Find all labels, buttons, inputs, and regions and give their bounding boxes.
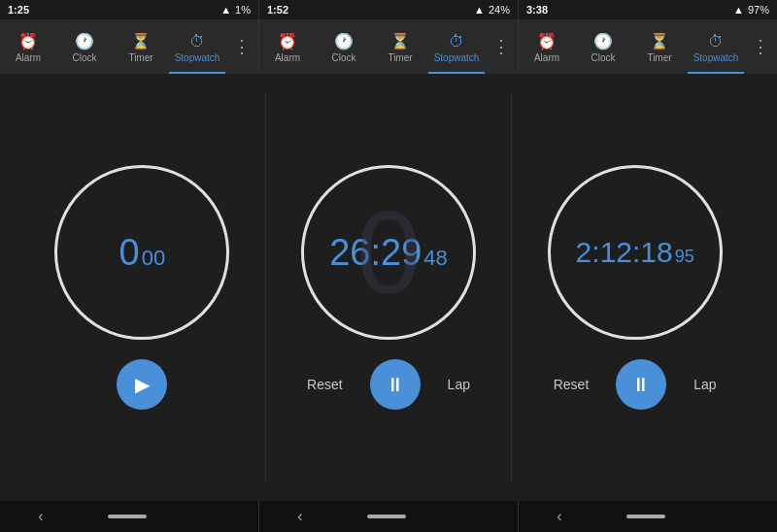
time-3: 3:38 (526, 4, 548, 16)
stopwatch-icon-1: ⏱ (189, 33, 205, 50)
timer-label-3: Timer (647, 52, 671, 63)
alarm-icon-3: ⏰ (537, 32, 557, 50)
sub-time-1: 00 (142, 246, 165, 271)
tab-clock-2[interactable]: 🕐 Clock (316, 19, 372, 74)
alarm-icon-2: ⏰ (278, 32, 297, 50)
nav-bars: ⏰ Alarm 🕐 Clock ⏳ Timer ⏱ Stopwatch ⋮ ⏰ … (0, 19, 777, 74)
signal-icon-2: ▲ (474, 4, 485, 16)
tab-timer-1[interactable]: ⏳ Timer (113, 19, 169, 74)
sub-time-2: 48 (423, 246, 447, 271)
signal-icon-1: ▲ (220, 4, 231, 16)
stopwatch-panel-1: 0 00 ▶ (19, 165, 265, 410)
bottom-bar-2: ‹ □ (259, 501, 519, 532)
nav-bar-2: ⏰ Alarm 🕐 Clock ⏳ Timer ⏱ Stopwatch ⋮ (259, 19, 519, 74)
more-menu-3[interactable]: ⋮ (744, 36, 777, 57)
time-1: 1:25 (8, 4, 29, 16)
tab-stopwatch-3[interactable]: ⏱ Stopwatch (688, 19, 744, 74)
tab-timer-2[interactable]: ⏳ Timer (372, 19, 428, 74)
bottom-bar-1: ‹ □ (0, 501, 259, 532)
clock-icon-2: 🕐 (334, 32, 354, 50)
clock-display-1: 0 00 (119, 232, 166, 274)
clock-label-3: Clock (591, 52, 615, 63)
controls-1: ▶ (117, 359, 167, 410)
nav-bar-3: ⏰ Alarm 🕐 Clock ⏳ Timer ⏱ Stopwatch ⋮ (519, 19, 777, 74)
clock-label-2: Clock (331, 52, 355, 63)
alarm-label-1: Alarm (16, 52, 41, 63)
stopwatch-icon-3: ⏱ (708, 33, 724, 50)
tab-clock-3[interactable]: 🕐 Clock (575, 19, 631, 74)
lap-button-2[interactable]: Lap (436, 369, 482, 400)
main-time-3: 2:12:18 (576, 236, 673, 269)
time-2: 1:52 (267, 4, 288, 16)
main-content: 0 00 ▶ 0 26:29 48 Reset ⏸ Lap 2:12:18 (0, 74, 777, 501)
status-bar-1: 1:25 ▲ 1% (0, 0, 259, 19)
stopwatch-icon-2: ⏱ (449, 33, 464, 50)
timer-icon-2: ⏳ (390, 32, 410, 50)
clock-circle-3: 2:12:18 95 (548, 165, 723, 340)
tab-alarm-2[interactable]: ⏰ Alarm (259, 19, 316, 74)
signal-1: ▲ 1% (220, 4, 251, 16)
tab-clock-1[interactable]: 🕐 Clock (56, 19, 113, 74)
stopwatch-label-2: Stopwatch (434, 52, 480, 63)
signal-3: ▲ 97% (733, 4, 769, 16)
clock-circle-1: 0 00 (54, 165, 229, 340)
clock-icon-3: 🕐 (593, 32, 613, 50)
back-button-2[interactable]: ‹ (286, 504, 314, 529)
alarm-icon-1: ⏰ (18, 32, 38, 50)
pause-button-3[interactable]: ⏸ (616, 359, 666, 410)
battery-3: 97% (748, 4, 769, 16)
status-bar-3: 3:38 ▲ 97% (519, 0, 777, 19)
reset-button-3[interactable]: Reset (542, 369, 601, 400)
stopwatch-panel-2: 0 26:29 48 Reset ⏸ Lap (266, 165, 512, 410)
stopwatch-label-3: Stopwatch (693, 52, 739, 63)
timer-label-2: Timer (388, 52, 412, 63)
more-menu-2[interactable]: ⋮ (485, 36, 518, 57)
nav-bar-1: ⏰ Alarm 🕐 Clock ⏳ Timer ⏱ Stopwatch ⋮ (0, 19, 259, 74)
tab-stopwatch-1[interactable]: ⏱ Stopwatch (169, 19, 225, 74)
lap-button-3[interactable]: Lap (682, 369, 727, 400)
reset-button-2[interactable]: Reset (295, 369, 355, 400)
play-button-1[interactable]: ▶ (117, 359, 167, 410)
battery-1: 1% (235, 4, 251, 16)
signal-2: ▲ 24% (474, 4, 510, 16)
signal-icon-3: ▲ (733, 4, 744, 16)
status-bars: 1:25 ▲ 1% 1:52 ▲ 24% 3:38 ▲ 97% (0, 0, 777, 19)
tab-alarm-3[interactable]: ⏰ Alarm (519, 19, 575, 74)
home-indicator-3[interactable] (626, 515, 665, 518)
controls-3: Reset ⏸ Lap (542, 359, 728, 410)
controls-2: Reset ⏸ Lap (295, 359, 482, 410)
stopwatch-label-1: Stopwatch (175, 52, 220, 63)
main-time-1: 0 (119, 232, 140, 274)
home-indicator-1[interactable] (108, 515, 147, 518)
tab-timer-3[interactable]: ⏳ Timer (631, 19, 688, 74)
clock-circle-2: 0 26:29 48 (301, 165, 476, 340)
status-bar-2: 1:52 ▲ 24% (259, 0, 519, 19)
timer-label-1: Timer (128, 52, 152, 63)
stopwatch-panel-3: 2:12:18 95 Reset ⏸ Lap (512, 165, 758, 410)
alarm-label-3: Alarm (534, 52, 559, 63)
bottom-bar-3: ‹ □ (519, 501, 777, 532)
back-button-3[interactable]: ‹ (545, 504, 573, 529)
tab-alarm-1[interactable]: ⏰ Alarm (0, 19, 56, 74)
alarm-label-2: Alarm (275, 52, 300, 63)
tab-stopwatch-2[interactable]: ⏱ Stopwatch (428, 19, 485, 74)
home-indicator-2[interactable] (367, 515, 406, 518)
bottom-bars: ‹ □ ‹ □ ‹ □ (0, 501, 777, 532)
back-button-1[interactable]: ‹ (26, 504, 54, 529)
timer-icon-1: ⏳ (131, 32, 151, 50)
main-time-2: 26:29 (329, 232, 422, 274)
timer-icon-3: ⏳ (650, 32, 669, 50)
pause-button-2[interactable]: ⏸ (370, 359, 421, 410)
sub-time-3: 95 (675, 247, 694, 267)
clock-label-1: Clock (72, 52, 96, 63)
clock-icon-1: 🕐 (75, 32, 94, 50)
battery-2: 24% (489, 4, 510, 16)
clock-display-2: 26:29 48 (329, 232, 448, 274)
more-menu-1[interactable]: ⋮ (225, 36, 258, 57)
clock-display-3: 2:12:18 95 (576, 236, 694, 269)
